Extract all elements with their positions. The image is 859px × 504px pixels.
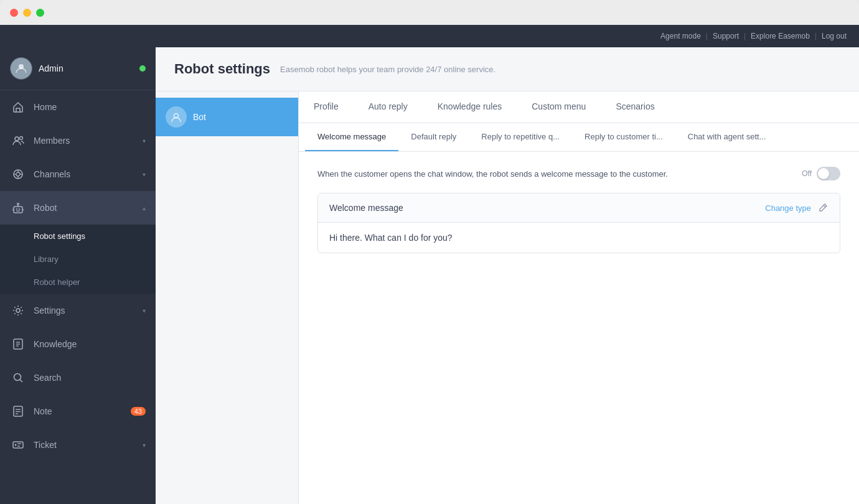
- svg-line-32: [824, 205, 825, 207]
- app-container: Admin Home Members: [0, 47, 859, 504]
- message-card-header: Welcome message Change type: [318, 194, 840, 223]
- svg-point-21: [14, 374, 21, 381]
- message-card: Welcome message Change type: [317, 193, 840, 253]
- svg-rect-27: [13, 442, 23, 448]
- sub-tab-default-reply[interactable]: Default reply: [398, 123, 469, 151]
- admin-name-label: Admin: [39, 63, 133, 73]
- sub-tab-welcome-message[interactable]: Welcome message: [305, 123, 398, 151]
- change-type-button[interactable]: Change type: [765, 203, 811, 213]
- explore-link[interactable]: Explore Easemob: [751, 32, 810, 40]
- settings-content: When the customer opens the chat window,…: [299, 152, 859, 504]
- sep3: |: [815, 32, 817, 40]
- settings-panel: Profile Auto reply Knowledge rules Custo…: [299, 91, 859, 504]
- avatar: [10, 57, 32, 80]
- ticket-label: Ticket: [34, 440, 135, 450]
- sidebar-item-robot-settings[interactable]: Robot settings: [0, 225, 156, 248]
- svg-point-16: [16, 309, 20, 312]
- toggle-knob: [818, 168, 829, 179]
- toggle-wrap: Off: [802, 167, 840, 180]
- minimize-button[interactable]: [23, 9, 31, 17]
- tab-auto-reply[interactable]: Auto reply: [354, 91, 423, 123]
- agent-mode-link[interactable]: Agent mode: [660, 32, 701, 40]
- bot-item[interactable]: Bot: [156, 98, 298, 136]
- page-title: Robot settings: [174, 61, 270, 77]
- note-label: Note: [34, 406, 123, 416]
- sidebar: Admin Home Members: [0, 47, 156, 504]
- toggle-state-label: Off: [802, 169, 812, 178]
- online-indicator: [139, 65, 146, 72]
- settings-chevron-icon: ▾: [143, 307, 146, 314]
- traffic-lights: [10, 9, 44, 17]
- maximize-button[interactable]: [36, 9, 44, 17]
- sidebar-item-note[interactable]: Note 43: [0, 394, 156, 428]
- message-card-actions: Change type: [765, 202, 828, 213]
- channels-label: Channels: [34, 169, 135, 179]
- knowledge-label: Knowledge: [34, 339, 146, 349]
- sep2: |: [744, 32, 746, 40]
- sub-tabs: Welcome message Default reply Reply to r…: [299, 123, 859, 152]
- robot-icon: [10, 200, 26, 216]
- ticket-chevron-icon: ▾: [143, 442, 146, 449]
- admin-header: Admin: [0, 47, 156, 90]
- sep1: |: [706, 32, 708, 40]
- welcome-message-toggle[interactable]: [817, 167, 840, 180]
- settings-label: Settings: [34, 306, 135, 315]
- sidebar-item-home[interactable]: Home: [0, 90, 156, 124]
- home-label: Home: [34, 102, 146, 112]
- svg-line-22: [20, 380, 22, 382]
- home-icon: [10, 99, 26, 115]
- members-label: Members: [34, 136, 135, 146]
- sidebar-item-members[interactable]: Members ▾: [0, 124, 156, 157]
- svg-point-4: [16, 172, 20, 176]
- sidebar-item-channels[interactable]: Channels ▾: [0, 157, 156, 191]
- robot-label: Robot: [34, 203, 135, 213]
- robot-submenu: Robot settings Library Robot helper: [0, 225, 156, 294]
- svg-point-2: [20, 137, 23, 140]
- tab-scenarios[interactable]: Scenarios: [601, 91, 669, 123]
- main-tabs: Profile Auto reply Knowledge rules Custo…: [299, 91, 859, 123]
- sub-tab-agent-sett[interactable]: Chat with agent sett...: [675, 123, 779, 151]
- search-label: Search: [34, 373, 146, 383]
- logout-link[interactable]: Log out: [822, 32, 847, 40]
- bot-name: Bot: [193, 112, 206, 122]
- svg-point-1: [15, 137, 19, 141]
- welcome-toggle-text: When the customer opens the chat window,…: [317, 169, 668, 179]
- channels-chevron-icon: ▾: [143, 171, 146, 178]
- members-chevron-icon: ▾: [143, 138, 146, 144]
- message-card-title: Welcome message: [329, 203, 403, 213]
- page-header: Robot settings Easemob robot helps your …: [156, 47, 859, 91]
- page-subtitle: Easemob robot helps your team provide 24…: [280, 65, 495, 74]
- mac-titlebar: [0, 0, 859, 25]
- message-body-text: Hi there. What can I do for you?: [329, 233, 453, 243]
- channels-icon: [10, 166, 26, 182]
- robot-chevron-icon: ▴: [143, 205, 146, 212]
- knowledge-icon: [10, 336, 26, 352]
- search-nav-icon: [10, 370, 26, 386]
- svg-point-28: [15, 444, 17, 446]
- settings-icon: [10, 302, 26, 319]
- tab-knowledge-rules[interactable]: Knowledge rules: [423, 91, 517, 123]
- svg-rect-9: [14, 207, 22, 213]
- sidebar-item-robot[interactable]: Robot ▴: [0, 191, 156, 225]
- close-button[interactable]: [10, 9, 18, 17]
- welcome-toggle-row: When the customer opens the chat window,…: [317, 167, 840, 180]
- note-icon: [10, 403, 26, 419]
- sub-tab-repetitive-q[interactable]: Reply to repetitive q...: [469, 123, 572, 151]
- sidebar-item-knowledge[interactable]: Knowledge: [0, 327, 156, 361]
- sidebar-item-robot-helper[interactable]: Robot helper: [0, 271, 156, 294]
- sidebar-item-library[interactable]: Library: [0, 248, 156, 271]
- tab-profile[interactable]: Profile: [299, 91, 354, 123]
- support-link[interactable]: Support: [713, 32, 739, 40]
- sub-tab-customer-ti[interactable]: Reply to customer ti...: [572, 123, 675, 151]
- svg-rect-11: [19, 208, 20, 210]
- sidebar-item-search[interactable]: Search: [0, 361, 156, 394]
- edit-icon[interactable]: [817, 202, 828, 213]
- bot-avatar: [166, 106, 187, 128]
- sidebar-item-settings[interactable]: Settings ▾: [0, 294, 156, 327]
- svg-point-13: [17, 203, 19, 205]
- content-area: Bot Profile Auto reply Knowledge rules C…: [156, 91, 859, 504]
- sidebar-item-ticket[interactable]: Ticket ▾: [0, 428, 156, 462]
- tab-custom-menu[interactable]: Custom menu: [517, 91, 601, 123]
- svg-rect-10: [16, 208, 17, 210]
- note-badge: 43: [131, 407, 146, 416]
